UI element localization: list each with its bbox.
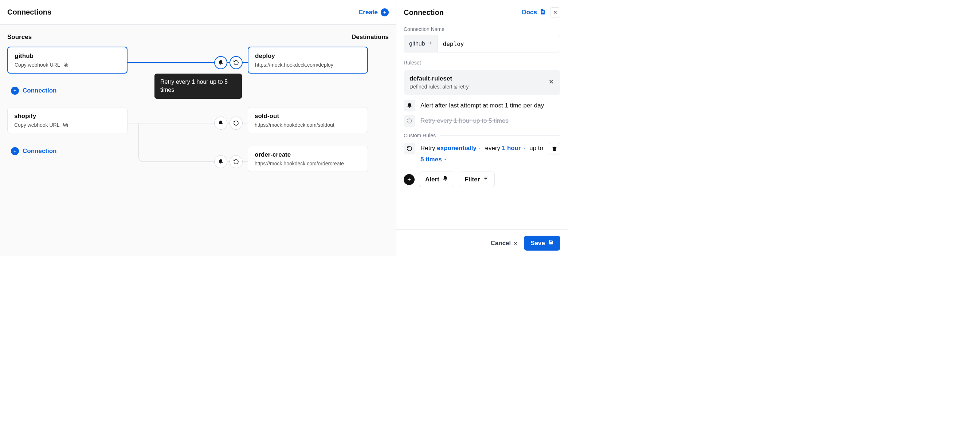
connection-rules-icons[interactable]: [214, 56, 243, 69]
alert-rule-text: Alert after last attempt at most 1 time …: [420, 102, 544, 109]
bell-icon[interactable]: [214, 155, 228, 168]
connection-name-label: Connection Name: [404, 26, 560, 32]
ruleset-card[interactable]: default-ruleset Defined rules: alert & r…: [404, 70, 560, 95]
svg-rect-4: [542, 11, 544, 12]
divider: [440, 135, 560, 136]
copy-webhook-url[interactable]: Copy webhook URL: [14, 122, 121, 128]
arrow-right-icon: [427, 40, 433, 47]
add-connection-button[interactable]: Connection: [11, 147, 57, 155]
plus-icon: [11, 87, 19, 95]
canvas: github Copy webhook URL Connection: [7, 47, 389, 236]
tooltip: Retry every 1 hour up to 5 times: [154, 73, 242, 99]
close-panel-button[interactable]: [550, 7, 560, 17]
copy-webhook-url[interactable]: Copy webhook URL: [14, 62, 120, 68]
source-name: github: [14, 52, 120, 60]
save-icon: [548, 239, 554, 247]
destination-node-deploy[interactable]: deploy https://mock.hookdeck.com/deploy: [248, 47, 368, 73]
workspace: Sources Destinations github Cop: [0, 25, 396, 256]
upto-word: up to: [529, 145, 543, 151]
source-node-shopify[interactable]: shopify Copy webhook URL: [7, 107, 127, 133]
alert-rule-row: Alert after last attempt at most 1 time …: [404, 100, 560, 111]
destination-node-soldout[interactable]: sold-out https://mock.hookdeck.com/soldo…: [248, 107, 368, 133]
ruleset-name: default-ruleset: [409, 75, 469, 82]
add-connection-button[interactable]: Connection: [11, 87, 57, 95]
add-rule-button[interactable]: [404, 174, 415, 185]
connection-name-input[interactable]: [438, 35, 560, 52]
name-prefix: github: [404, 35, 438, 52]
retry-prefix: Retry: [420, 145, 435, 151]
retry-icon: [404, 143, 415, 154]
plus-icon: [381, 8, 389, 16]
plus-icon: [11, 147, 19, 155]
divider: [425, 63, 560, 63]
copy-icon: [63, 62, 69, 68]
svg-rect-5: [542, 13, 544, 13]
create-label: Create: [358, 9, 378, 16]
destination-name: deploy: [255, 52, 361, 60]
every-word: every: [485, 145, 500, 151]
filter-icon: [483, 176, 488, 183]
retry-rule-disabled-text: Retry every 1 hour up to 5 times: [420, 117, 509, 125]
connection-rules-icons[interactable]: [214, 155, 243, 168]
connection-panel: Connection Docs Connection Name github: [396, 0, 568, 256]
main-header: Connections Create: [0, 0, 396, 25]
cancel-button[interactable]: Cancel: [491, 240, 519, 247]
bell-icon: [442, 176, 448, 183]
docs-link[interactable]: Docs: [522, 8, 546, 17]
bell-icon: [404, 100, 415, 111]
remove-ruleset-button[interactable]: [548, 78, 554, 86]
destination-node-ordercreate[interactable]: order-create https://mock.hookdeck.com/o…: [248, 146, 368, 172]
retry-strategy-dropdown[interactable]: exponentially: [437, 143, 482, 154]
add-filter-button[interactable]: Filter: [459, 172, 495, 187]
destinations-heading: Destinations: [352, 33, 389, 41]
source-node-github[interactable]: github Copy webhook URL: [7, 47, 127, 73]
destination-url: https://mock.hookdeck.com/deploy: [255, 62, 361, 68]
retry-icon[interactable]: [229, 155, 243, 168]
destination-name: sold-out: [255, 113, 361, 120]
custom-retry-rule: Retry exponentially every 1 hour up to 5…: [404, 143, 560, 165]
retry-icon[interactable]: [229, 56, 243, 69]
connection-rules-icons[interactable]: [214, 116, 243, 130]
source-name: shopify: [14, 113, 121, 120]
bell-icon[interactable]: [214, 56, 228, 69]
destination-name: order-create: [255, 151, 361, 159]
retry-interval-dropdown[interactable]: 1 hour: [502, 143, 526, 154]
retry-icon[interactable]: [229, 116, 243, 130]
delete-rule-button[interactable]: [549, 143, 560, 154]
retry-count-dropdown[interactable]: 5 times: [420, 154, 447, 165]
retry-icon: [404, 115, 415, 127]
save-button[interactable]: Save: [524, 236, 560, 251]
retry-rule-disabled-row: Retry every 1 hour up to 5 times: [404, 115, 560, 127]
panel-title: Connection: [404, 8, 444, 17]
copy-icon: [63, 122, 68, 128]
ruleset-description: Defined rules: alert & retry: [409, 84, 469, 90]
add-alert-button[interactable]: Alert: [419, 172, 454, 187]
document-icon: [539, 8, 546, 17]
bell-icon[interactable]: [214, 116, 228, 130]
sources-heading: Sources: [7, 33, 115, 41]
page-title: Connections: [7, 8, 51, 16]
custom-rules-label: Custom Rules: [404, 133, 436, 138]
destination-url: https://mock.hookdeck.com/soldout: [255, 122, 361, 128]
ruleset-label: Ruleset: [404, 60, 421, 65]
create-button[interactable]: Create: [358, 8, 389, 16]
connection-name-field[interactable]: github: [404, 35, 560, 52]
destination-url: https://mock.hookdeck.com/ordercreate: [255, 160, 361, 167]
